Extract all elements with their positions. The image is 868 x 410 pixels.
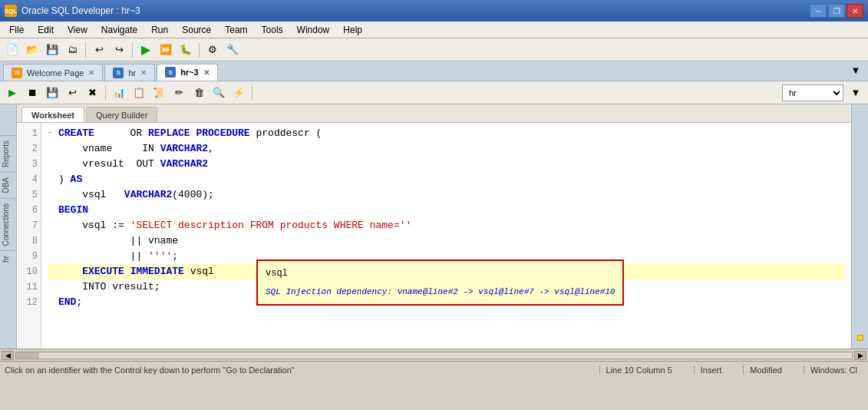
ln-12: 12: [17, 295, 38, 310]
menu-team[interactable]: Team: [219, 23, 253, 37]
tab-worksheet[interactable]: Worksheet: [21, 107, 84, 122]
menu-window[interactable]: Window: [291, 23, 336, 37]
debug-button[interactable]: 🐛: [177, 41, 195, 59]
menu-view[interactable]: View: [61, 23, 94, 37]
connect-button[interactable]: ⚙: [203, 41, 222, 59]
dba-panel-label[interactable]: DBA: [0, 172, 16, 198]
status-os: Windows: Cl: [804, 365, 863, 375]
hr3-tab-close[interactable]: ✕: [203, 68, 210, 77]
hr3-tab-label: hr~3: [180, 68, 199, 77]
kw-varchar2-2: VARCHAR2: [160, 157, 208, 172]
menu-file[interactable]: File: [3, 23, 30, 37]
plain-concat-vname: || vname: [58, 233, 178, 249]
fold-9: [48, 249, 58, 264]
commit-button[interactable]: 💾: [43, 84, 61, 102]
separator-1: [85, 42, 86, 58]
menu-help[interactable]: Help: [337, 23, 368, 37]
save-all-button[interactable]: 🗂: [63, 41, 81, 59]
format-button[interactable]: ✏: [170, 84, 188, 102]
tab-query-builder[interactable]: Query Builder: [86, 107, 157, 122]
restore-button[interactable]: ❐: [828, 4, 845, 18]
menu-edit[interactable]: Edit: [31, 23, 60, 37]
plain-proc: [190, 126, 196, 141]
search-button[interactable]: 🔍: [210, 84, 228, 102]
status-bar: Click on an identifier with the Control …: [0, 361, 868, 378]
run-button[interactable]: ▶: [137, 41, 155, 59]
tab-overflow-button[interactable]: ▼: [847, 61, 865, 79]
minimize-button[interactable]: ─: [810, 4, 827, 18]
code-line-7: vsql := 'SELECT description FROM product…: [48, 218, 845, 233]
ln-2: 2: [17, 141, 38, 157]
sql-sep-1: [105, 85, 106, 101]
scroll-left-button[interactable]: ◀: [2, 351, 14, 360]
connections-panel-label[interactable]: Connections: [0, 198, 16, 251]
hr-tab-icon: S: [113, 68, 124, 78]
horizontal-scrollbar[interactable]: ◀ ▶: [0, 349, 868, 361]
sql-history-button[interactable]: 📜: [150, 84, 168, 102]
menu-tools[interactable]: Tools: [256, 23, 289, 37]
welcome-tab-icon: W: [12, 68, 22, 78]
tab-welcome-page[interactable]: W Welcome Page ✕: [3, 64, 103, 81]
save-button[interactable]: 💾: [43, 41, 61, 59]
run-script-sql-button[interactable]: ⏹: [23, 84, 41, 102]
plain-concat-2: ||: [58, 249, 148, 264]
hr-tab-close[interactable]: ✕: [140, 68, 147, 77]
menu-navigate[interactable]: Navigate: [95, 23, 144, 37]
new-button[interactable]: 📄: [3, 41, 21, 59]
explain-button[interactable]: 📋: [130, 84, 148, 102]
plain-procname: proddescr (: [250, 126, 322, 141]
open-button[interactable]: 📂: [23, 41, 41, 59]
menu-run[interactable]: Run: [145, 23, 174, 37]
tooltip-dependency: SQL Injection dependency: vname@line#2 -…: [266, 284, 615, 299]
cancel-button[interactable]: ✖: [83, 84, 101, 102]
window-controls[interactable]: ─ ❐ ✕: [810, 4, 863, 18]
welcome-tab-close[interactable]: ✕: [88, 68, 94, 77]
code-line-1: − CREATE OR REPLACE PROCEDURE proddescr …: [48, 126, 845, 141]
plain-vresult: vresult OUT: [58, 157, 160, 172]
app-icon: SQL: [5, 5, 17, 17]
status-position: Line 10 Column 5: [599, 365, 678, 375]
fold-8: [48, 233, 58, 249]
ln-10: 10: [17, 264, 38, 279]
right-sidebar: [851, 104, 868, 349]
fold-1: −: [48, 126, 58, 141]
connection-select[interactable]: hr: [782, 84, 843, 101]
scroll-right-button[interactable]: ▶: [854, 351, 866, 360]
kw-as: AS: [71, 172, 83, 187]
connection-area: hr ▼: [782, 84, 865, 102]
clear-button[interactable]: 🗑: [190, 84, 208, 102]
reports-panel-label[interactable]: Reports: [0, 135, 16, 172]
plain-or: OR: [94, 126, 148, 141]
redo-button[interactable]: ↪: [110, 41, 128, 59]
rollback-button[interactable]: ↩: [63, 84, 81, 102]
scroll-thumb-h[interactable]: [16, 352, 39, 359]
plain-vsql-assign: vsql :=: [58, 218, 130, 233]
fold-10: [48, 264, 58, 279]
code-editor[interactable]: 1 2 3 4 5 6 7 8 9 10 11 12 − CREATE OR: [17, 123, 851, 349]
execute-button[interactable]: ▶: [3, 84, 21, 102]
run-script-button[interactable]: ⏩: [157, 41, 175, 59]
close-button[interactable]: ✕: [847, 4, 863, 18]
kw-create: CREATE: [58, 126, 94, 141]
tab-hr[interactable]: S hr ✕: [104, 64, 155, 81]
tab-hr3[interactable]: S hr~3 ✕: [157, 64, 218, 81]
sql-toolbar: ▶ ⏹ 💾 ↩ ✖ 📊 📋 📜 ✏ 🗑 🔍 ⚡ hr ▼: [0, 81, 868, 104]
sql-sep-2: [252, 85, 252, 101]
lightning-button[interactable]: ⚡: [229, 84, 248, 102]
menu-source[interactable]: Source: [176, 23, 217, 37]
editor-container: Worksheet Query Builder 1 2 3 4 5 6 7 8 …: [17, 104, 851, 349]
status-right-area: Line 10 Column 5 Insert Modified Windows…: [599, 365, 863, 375]
undo-button[interactable]: ↩: [90, 41, 108, 59]
plain-end-semi: ;: [76, 295, 82, 310]
connection-dropdown[interactable]: ▼: [847, 84, 865, 102]
status-modified: Modified: [743, 365, 788, 375]
tools-button[interactable]: 🔧: [223, 41, 242, 59]
str-quotes: '''': [148, 249, 172, 264]
autotrace-button[interactable]: 📊: [110, 84, 128, 102]
scroll-track-h[interactable]: [15, 352, 853, 359]
plain-vsql-decl: vsql: [58, 187, 124, 203]
plain-vname: vname IN: [58, 141, 160, 157]
code-content[interactable]: − CREATE OR REPLACE PROCEDURE proddescr …: [41, 123, 851, 349]
hr-panel-label[interactable]: hr: [0, 250, 16, 267]
document-tab-bar: W Welcome Page ✕ S hr ✕ S hr~3 ✕ ▼: [0, 61, 868, 81]
